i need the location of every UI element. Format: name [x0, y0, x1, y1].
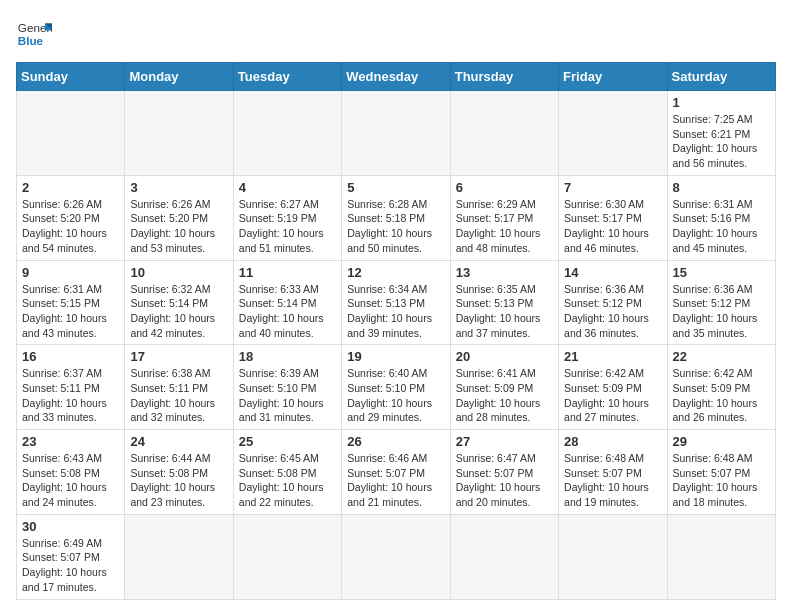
day-info: Sunrise: 6:33 AM Sunset: 5:14 PM Dayligh… — [239, 282, 336, 341]
calendar-cell: 3Sunrise: 6:26 AM Sunset: 5:20 PM Daylig… — [125, 175, 233, 260]
calendar-table: SundayMondayTuesdayWednesdayThursdayFrid… — [16, 62, 776, 600]
day-info: Sunrise: 6:44 AM Sunset: 5:08 PM Dayligh… — [130, 451, 227, 510]
day-info: Sunrise: 6:35 AM Sunset: 5:13 PM Dayligh… — [456, 282, 553, 341]
day-number: 11 — [239, 265, 336, 280]
day-info: Sunrise: 6:46 AM Sunset: 5:07 PM Dayligh… — [347, 451, 444, 510]
calendar-cell — [125, 514, 233, 599]
day-info: Sunrise: 6:26 AM Sunset: 5:20 PM Dayligh… — [22, 197, 119, 256]
calendar-cell: 15Sunrise: 6:36 AM Sunset: 5:12 PM Dayli… — [667, 260, 775, 345]
day-number: 14 — [564, 265, 661, 280]
day-info: Sunrise: 6:38 AM Sunset: 5:11 PM Dayligh… — [130, 366, 227, 425]
calendar-cell — [17, 91, 125, 176]
week-row-1: 1Sunrise: 7:25 AM Sunset: 6:21 PM Daylig… — [17, 91, 776, 176]
day-info: Sunrise: 6:48 AM Sunset: 5:07 PM Dayligh… — [673, 451, 770, 510]
day-number: 21 — [564, 349, 661, 364]
week-row-5: 23Sunrise: 6:43 AM Sunset: 5:08 PM Dayli… — [17, 430, 776, 515]
day-number: 13 — [456, 265, 553, 280]
weekday-header-sunday: Sunday — [17, 63, 125, 91]
day-info: Sunrise: 6:45 AM Sunset: 5:08 PM Dayligh… — [239, 451, 336, 510]
calendar-cell: 21Sunrise: 6:42 AM Sunset: 5:09 PM Dayli… — [559, 345, 667, 430]
calendar-cell: 4Sunrise: 6:27 AM Sunset: 5:19 PM Daylig… — [233, 175, 341, 260]
day-info: Sunrise: 6:48 AM Sunset: 5:07 PM Dayligh… — [564, 451, 661, 510]
calendar-cell: 12Sunrise: 6:34 AM Sunset: 5:13 PM Dayli… — [342, 260, 450, 345]
day-info: Sunrise: 6:26 AM Sunset: 5:20 PM Dayligh… — [130, 197, 227, 256]
calendar-cell — [559, 91, 667, 176]
day-info: Sunrise: 7:25 AM Sunset: 6:21 PM Dayligh… — [673, 112, 770, 171]
calendar-cell: 23Sunrise: 6:43 AM Sunset: 5:08 PM Dayli… — [17, 430, 125, 515]
day-info: Sunrise: 6:42 AM Sunset: 5:09 PM Dayligh… — [673, 366, 770, 425]
day-info: Sunrise: 6:31 AM Sunset: 5:15 PM Dayligh… — [22, 282, 119, 341]
week-row-3: 9Sunrise: 6:31 AM Sunset: 5:15 PM Daylig… — [17, 260, 776, 345]
weekday-header-monday: Monday — [125, 63, 233, 91]
week-row-4: 16Sunrise: 6:37 AM Sunset: 5:11 PM Dayli… — [17, 345, 776, 430]
day-number: 19 — [347, 349, 444, 364]
day-info: Sunrise: 6:36 AM Sunset: 5:12 PM Dayligh… — [673, 282, 770, 341]
day-number: 15 — [673, 265, 770, 280]
calendar-cell: 6Sunrise: 6:29 AM Sunset: 5:17 PM Daylig… — [450, 175, 558, 260]
calendar-cell: 7Sunrise: 6:30 AM Sunset: 5:17 PM Daylig… — [559, 175, 667, 260]
day-number: 4 — [239, 180, 336, 195]
day-info: Sunrise: 6:31 AM Sunset: 5:16 PM Dayligh… — [673, 197, 770, 256]
calendar-cell: 26Sunrise: 6:46 AM Sunset: 5:07 PM Dayli… — [342, 430, 450, 515]
day-info: Sunrise: 6:49 AM Sunset: 5:07 PM Dayligh… — [22, 536, 119, 595]
calendar-cell — [233, 514, 341, 599]
calendar-cell — [559, 514, 667, 599]
day-number: 3 — [130, 180, 227, 195]
day-number: 10 — [130, 265, 227, 280]
day-number: 7 — [564, 180, 661, 195]
calendar-cell: 17Sunrise: 6:38 AM Sunset: 5:11 PM Dayli… — [125, 345, 233, 430]
calendar-cell: 16Sunrise: 6:37 AM Sunset: 5:11 PM Dayli… — [17, 345, 125, 430]
page-header: General Blue — [16, 16, 776, 52]
day-number: 16 — [22, 349, 119, 364]
svg-text:Blue: Blue — [18, 34, 44, 47]
calendar-cell: 25Sunrise: 6:45 AM Sunset: 5:08 PM Dayli… — [233, 430, 341, 515]
calendar-cell: 29Sunrise: 6:48 AM Sunset: 5:07 PM Dayli… — [667, 430, 775, 515]
logo: General Blue — [16, 16, 52, 52]
calendar-cell: 22Sunrise: 6:42 AM Sunset: 5:09 PM Dayli… — [667, 345, 775, 430]
calendar-cell: 30Sunrise: 6:49 AM Sunset: 5:07 PM Dayli… — [17, 514, 125, 599]
calendar-cell: 11Sunrise: 6:33 AM Sunset: 5:14 PM Dayli… — [233, 260, 341, 345]
day-number: 28 — [564, 434, 661, 449]
day-number: 6 — [456, 180, 553, 195]
calendar-cell — [342, 91, 450, 176]
calendar-cell — [667, 514, 775, 599]
day-info: Sunrise: 6:30 AM Sunset: 5:17 PM Dayligh… — [564, 197, 661, 256]
calendar-cell — [450, 91, 558, 176]
calendar-cell: 27Sunrise: 6:47 AM Sunset: 5:07 PM Dayli… — [450, 430, 558, 515]
weekday-header-wednesday: Wednesday — [342, 63, 450, 91]
day-number: 18 — [239, 349, 336, 364]
weekday-header-row: SundayMondayTuesdayWednesdayThursdayFrid… — [17, 63, 776, 91]
day-info: Sunrise: 6:36 AM Sunset: 5:12 PM Dayligh… — [564, 282, 661, 341]
day-number: 12 — [347, 265, 444, 280]
calendar-cell: 8Sunrise: 6:31 AM Sunset: 5:16 PM Daylig… — [667, 175, 775, 260]
day-number: 29 — [673, 434, 770, 449]
weekday-header-saturday: Saturday — [667, 63, 775, 91]
day-number: 2 — [22, 180, 119, 195]
weekday-header-tuesday: Tuesday — [233, 63, 341, 91]
calendar-cell: 2Sunrise: 6:26 AM Sunset: 5:20 PM Daylig… — [17, 175, 125, 260]
day-number: 30 — [22, 519, 119, 534]
day-number: 1 — [673, 95, 770, 110]
day-info: Sunrise: 6:43 AM Sunset: 5:08 PM Dayligh… — [22, 451, 119, 510]
day-number: 5 — [347, 180, 444, 195]
calendar-cell: 10Sunrise: 6:32 AM Sunset: 5:14 PM Dayli… — [125, 260, 233, 345]
day-number: 20 — [456, 349, 553, 364]
day-number: 27 — [456, 434, 553, 449]
calendar-cell — [342, 514, 450, 599]
day-info: Sunrise: 6:41 AM Sunset: 5:09 PM Dayligh… — [456, 366, 553, 425]
week-row-2: 2Sunrise: 6:26 AM Sunset: 5:20 PM Daylig… — [17, 175, 776, 260]
weekday-header-thursday: Thursday — [450, 63, 558, 91]
day-info: Sunrise: 6:39 AM Sunset: 5:10 PM Dayligh… — [239, 366, 336, 425]
calendar-cell — [233, 91, 341, 176]
calendar-cell: 1Sunrise: 7:25 AM Sunset: 6:21 PM Daylig… — [667, 91, 775, 176]
day-number: 23 — [22, 434, 119, 449]
generalblue-logo-icon: General Blue — [16, 16, 52, 52]
calendar-cell: 13Sunrise: 6:35 AM Sunset: 5:13 PM Dayli… — [450, 260, 558, 345]
weekday-header-friday: Friday — [559, 63, 667, 91]
calendar-cell: 18Sunrise: 6:39 AM Sunset: 5:10 PM Dayli… — [233, 345, 341, 430]
day-info: Sunrise: 6:42 AM Sunset: 5:09 PM Dayligh… — [564, 366, 661, 425]
calendar-cell: 19Sunrise: 6:40 AM Sunset: 5:10 PM Dayli… — [342, 345, 450, 430]
day-number: 8 — [673, 180, 770, 195]
calendar-cell: 24Sunrise: 6:44 AM Sunset: 5:08 PM Dayli… — [125, 430, 233, 515]
day-number: 17 — [130, 349, 227, 364]
